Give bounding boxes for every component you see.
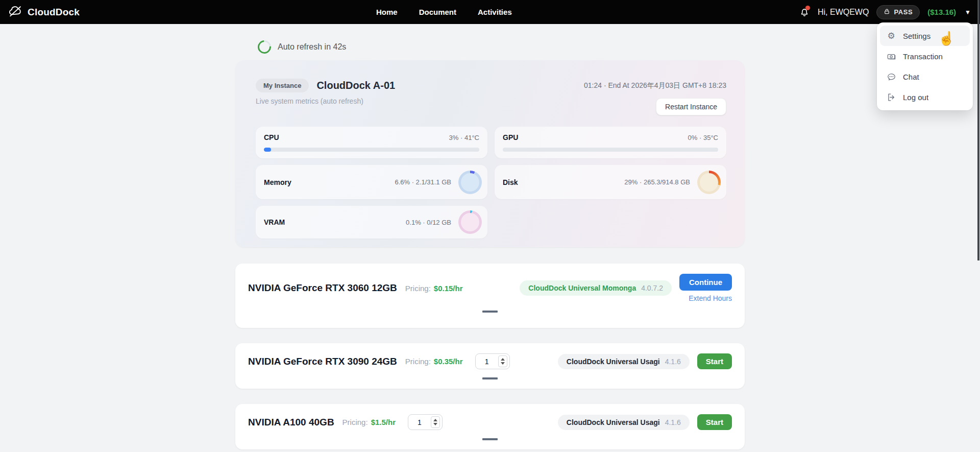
gpu-offer-card-a100: NVIDIA A100 40GB Pricing: $1.5/hr CloudD… xyxy=(235,404,745,449)
scrollbar-thumb[interactable] xyxy=(977,0,979,260)
auto-refresh-label: Auto refresh in 42s xyxy=(278,42,346,52)
metric-card-cpu: CPU 3% · 41°C xyxy=(256,127,487,158)
vram-ring-gauge xyxy=(458,210,482,234)
chat-bubble-icon xyxy=(886,72,896,82)
notification-dot xyxy=(805,6,810,10)
restart-instance-button[interactable]: Restart Instance xyxy=(656,98,726,115)
pass-badge[interactable]: PASS xyxy=(876,5,920,19)
metrics-grid: CPU 3% · 41°C GPU 0% · 35°C Memory 6.6% … xyxy=(256,127,726,239)
pricing: Pricing: $0.35/hr xyxy=(405,357,463,366)
instance-subtitle: Live system metrics (auto refresh) xyxy=(256,97,395,105)
brand[interactable]: CloudDock xyxy=(8,0,80,24)
pass-label: PASS xyxy=(894,8,913,16)
image-version: 4.0.7.2 xyxy=(641,284,663,292)
pricing-label: Pricing: xyxy=(342,418,368,426)
gear-icon: ⚙ xyxy=(886,31,896,41)
metric-value: 6.6% · 2.1/31.1 GB xyxy=(395,178,451,186)
collapse-handle[interactable] xyxy=(482,438,498,440)
metric-card-vram: VRAM 0.1% · 0/12 GB xyxy=(256,206,487,239)
extend-hours-link[interactable]: Extend Hours xyxy=(689,294,732,302)
metric-value: 29% · 265.3/914.8 GB xyxy=(624,178,690,186)
notification-bell-icon[interactable] xyxy=(799,7,810,18)
cpu-progress-bar xyxy=(264,148,479,152)
collapse-handle[interactable] xyxy=(482,377,498,379)
image-name: CloudDock Universal Usagi xyxy=(567,418,660,426)
stepper-arrows[interactable] xyxy=(431,416,440,428)
nav-right: Hi, EWQEWQ PASS ($13.16) ▼ xyxy=(799,0,971,24)
instance-header-right: 01:24 · End At 2026年4月03日 GMT+8 18:23 Re… xyxy=(584,79,726,115)
image-version: 4.1.6 xyxy=(665,418,681,426)
image-badge: CloudDock Universal Usagi 4.1.6 xyxy=(558,415,690,430)
user-greeting: Hi, EWQEWQ xyxy=(818,8,869,17)
nav-link-home[interactable]: Home xyxy=(376,8,398,16)
my-instance-badge: My Instance xyxy=(256,79,309,92)
metric-name: GPU xyxy=(503,133,518,141)
menu-item-chat[interactable]: Chat xyxy=(880,66,970,87)
pricing-label: Pricing: xyxy=(405,284,431,293)
image-version: 4.1.6 xyxy=(665,358,681,366)
metric-name: VRAM xyxy=(264,218,285,226)
menu-item-label: Chat xyxy=(903,73,919,81)
gpu-progress-bar xyxy=(503,148,718,152)
metric-card-gpu: GPU 0% · 35°C xyxy=(495,127,726,158)
disk-ring-gauge xyxy=(697,171,721,194)
pricing: Pricing: $0.15/hr xyxy=(405,284,463,293)
metric-value: 0.1% · 0/12 GB xyxy=(406,219,451,226)
metric-name: Disk xyxy=(503,178,518,186)
logout-icon xyxy=(886,92,896,102)
cpu-progress-fill xyxy=(264,148,271,152)
instance-card: My Instance CloudDock A-01 Live system m… xyxy=(235,60,745,247)
auto-refresh-indicator: Auto refresh in 42s xyxy=(258,40,745,54)
pricing-label: Pricing: xyxy=(405,357,431,366)
price-value: $1.5/hr xyxy=(371,418,396,426)
stepper-down-icon[interactable] xyxy=(433,423,437,425)
metric-value: 3% · 41°C xyxy=(449,134,479,141)
stepper-down-icon[interactable] xyxy=(501,362,505,365)
nav-link-document[interactable]: Document xyxy=(419,8,456,16)
stepper-arrows[interactable] xyxy=(498,355,507,367)
metric-name: Memory xyxy=(264,178,291,186)
menu-item-label: Settings xyxy=(903,32,930,40)
menu-item-logout[interactable]: Log out xyxy=(880,87,970,107)
instance-header-left: My Instance CloudDock A-01 Live system m… xyxy=(256,79,395,115)
price-value: $0.35/hr xyxy=(434,357,463,366)
gpu-offer-card-rtx3090: NVIDIA GeForce RTX 3090 24GB Pricing: $0… xyxy=(235,343,745,389)
brand-name: CloudDock xyxy=(28,7,80,18)
quantity-input[interactable] xyxy=(476,357,498,366)
menu-item-label: Transaction xyxy=(903,52,943,61)
continue-button[interactable]: Continue xyxy=(679,274,732,291)
menu-item-transaction[interactable]: Transaction xyxy=(880,46,970,66)
account-balance: ($13.16) xyxy=(927,8,956,16)
lock-icon xyxy=(884,8,890,16)
quantity-stepper[interactable] xyxy=(475,353,510,369)
nav-link-activities[interactable]: Activities xyxy=(478,8,512,16)
refresh-spinner-icon xyxy=(255,38,274,57)
top-nav: CloudDock Home Document Activities Hi, E… xyxy=(0,0,980,24)
collapse-handle[interactable] xyxy=(482,311,498,313)
quantity-stepper[interactable] xyxy=(408,414,443,430)
metric-card-memory: Memory 6.6% · 2.1/31.1 GB xyxy=(256,165,487,199)
stepper-up-icon[interactable] xyxy=(433,419,437,421)
pricing: Pricing: $1.5/hr xyxy=(342,418,396,426)
image-name: CloudDock Universal Momonga xyxy=(528,284,636,292)
menu-item-label: Log out xyxy=(903,93,928,102)
metric-name: CPU xyxy=(264,133,279,141)
user-menu-caret-icon[interactable]: ▼ xyxy=(965,9,971,16)
mouse-cursor: ☝ xyxy=(938,31,954,46)
start-button[interactable]: Start xyxy=(697,353,732,369)
start-button[interactable]: Start xyxy=(697,414,732,430)
gpu-name: NVIDIA GeForce RTX 3090 24GB xyxy=(248,356,397,367)
menu-item-settings[interactable]: ⚙ Settings xyxy=(880,26,970,46)
gpu-name: NVIDIA GeForce RTX 3060 12GB xyxy=(248,282,397,294)
quantity-input[interactable] xyxy=(408,418,431,427)
nav-links: Home Document Activities xyxy=(376,0,512,24)
banknote-icon xyxy=(886,52,896,61)
image-badge: CloudDock Universal Usagi 4.1.6 xyxy=(558,354,690,369)
price-value: $0.15/hr xyxy=(434,284,463,293)
gpu-name: NVIDIA A100 40GB xyxy=(248,417,334,428)
stepper-up-icon[interactable] xyxy=(501,358,505,361)
instance-session-info: 01:24 · End At 2026年4月03日 GMT+8 18:23 xyxy=(584,81,726,90)
memory-ring-gauge xyxy=(458,171,482,194)
user-dropdown-menu: ⚙ Settings Transaction Chat xyxy=(877,22,973,110)
metric-value: 0% · 35°C xyxy=(688,134,718,141)
